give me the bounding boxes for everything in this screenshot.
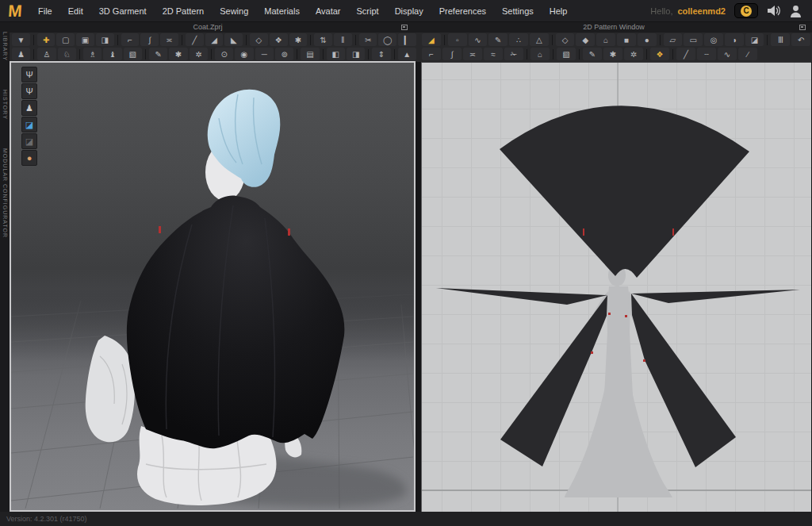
menu-item-edit[interactable]: Edit: [60, 0, 91, 22]
tool-fabric-b[interactable]: ✲: [190, 48, 208, 60]
vp-show-pattern-off[interactable]: ◪: [21, 133, 37, 149]
restore-window-icon[interactable]: [799, 25, 806, 30]
clo-coin-button[interactable]: C: [734, 3, 758, 18]
tool-mn-segment-2d[interactable]: ≍: [463, 48, 482, 60]
tool-transform-pattern[interactable]: ▣: [76, 33, 94, 46]
vp-show-avatar-head[interactable]: ●: [21, 150, 37, 166]
tool-basting-line[interactable]: ┄: [697, 48, 716, 60]
restore-window-icon[interactable]: [401, 25, 408, 30]
speaker-icon[interactable]: [767, 5, 781, 17]
tool-polygon[interactable]: ⌂: [596, 33, 615, 46]
menu-item-settings[interactable]: Settings: [494, 0, 542, 22]
tool-add-point[interactable]: ∴: [509, 33, 528, 46]
tool-free-sewing[interactable]: ∫: [140, 33, 159, 46]
tool-button[interactable]: ⊙: [215, 48, 233, 60]
tool-simulate[interactable]: ♟: [12, 48, 30, 60]
menu-item-file[interactable]: File: [30, 0, 60, 22]
menu-item-script[interactable]: Script: [349, 0, 387, 22]
side-tab-history[interactable]: HISTORY: [2, 90, 8, 120]
tool-pleats[interactable]: Ⅲ: [771, 33, 790, 46]
vp-show-pattern-active[interactable]: ◪: [21, 117, 37, 132]
tool-show-grain-points[interactable]: ❖: [650, 48, 669, 60]
tool-fabric-a[interactable]: ✱: [169, 48, 187, 60]
tool-dart[interactable]: ◑: [725, 33, 744, 46]
menu-item-help[interactable]: Help: [542, 0, 576, 22]
tool-tack[interactable]: ❖: [270, 33, 288, 46]
tool-pleats-sewing[interactable]: ↶: [791, 33, 810, 46]
account-icon[interactable]: [790, 5, 802, 17]
tool-edit-curvature[interactable]: ∿: [469, 33, 488, 46]
tool-edit-curve-point[interactable]: ✎: [488, 33, 508, 46]
tool-attach-button[interactable]: ─: [255, 48, 274, 60]
menu-item-display[interactable]: Display: [387, 0, 431, 22]
tool-buttonhole[interactable]: ◉: [235, 48, 253, 60]
tool-drag-cloth[interactable]: ✎: [149, 48, 167, 60]
tool-pin-box[interactable]: ◢: [205, 33, 224, 46]
tool-cloth-shape[interactable]: ◆: [576, 33, 595, 46]
pattern-window-2d[interactable]: [421, 62, 811, 512]
menu-item-3d-garment[interactable]: 3D Garment: [91, 0, 155, 22]
tool-zipper[interactable]: ⊚: [275, 48, 293, 60]
tool-tack-on-avatar[interactable]: ◇: [250, 33, 268, 46]
tool-wind-controller[interactable]: ◧: [327, 48, 345, 60]
tool-fabric-a-2d[interactable]: ✱: [603, 48, 622, 60]
tool-avatar-size[interactable]: ▧: [124, 48, 142, 60]
tool-history-import[interactable]: ▼: [12, 33, 30, 46]
tool-wave-line[interactable]: ∿: [718, 48, 737, 60]
tool-internal-polygon[interactable]: ▱: [664, 33, 683, 46]
pattern-piece-tie-right[interactable]: [631, 290, 800, 303]
tool-edit-mesh[interactable]: △: [530, 33, 549, 46]
tool-steam-iron[interactable]: ⌂: [530, 48, 550, 60]
tool-fitting-suit[interactable]: ✱: [289, 33, 308, 46]
tool-rectangle[interactable]: ■: [617, 33, 636, 46]
tool-internal-circle[interactable]: ◎: [704, 33, 723, 46]
tool-fabric-b-2d[interactable]: ✲: [624, 48, 643, 60]
side-tab-modular-configurator[interactable]: MODULAR CONFIGURATOR: [2, 148, 8, 238]
vp-show-garment[interactable]: Ψ: [21, 67, 37, 83]
tool-mn-sewing[interactable]: ≍: [160, 33, 178, 46]
side-tab-library[interactable]: LIBRARY: [2, 32, 8, 61]
tool-gravity-plane[interactable]: ◨: [347, 48, 365, 60]
tool-pinch[interactable]: ✂: [359, 33, 377, 46]
pattern-piece-tie-left[interactable]: [436, 288, 607, 305]
app-logo[interactable]: M: [0, 0, 31, 22]
menu-item-avatar[interactable]: Avatar: [308, 0, 349, 22]
tool-internal-line[interactable]: ╱: [676, 48, 695, 60]
tool-mn-free-2d[interactable]: ≈: [484, 48, 503, 60]
tool-pin-vertical[interactable]: ⇕: [372, 48, 390, 60]
tool-layer-clone[interactable]: ▤: [301, 48, 319, 60]
tool-segment-sewing[interactable]: ⌐: [121, 33, 140, 46]
tool-transform-pattern-2d[interactable]: ◢: [422, 33, 441, 46]
tool-lasso-select[interactable]: ◯: [378, 33, 396, 46]
menu-item-materials[interactable]: Materials: [256, 0, 308, 22]
tool-avatar-edit[interactable]: ♘: [58, 48, 76, 60]
vp-show-garment-pins[interactable]: Ψ: [21, 83, 37, 99]
tool-fold-3d-pattern[interactable]: ▧: [557, 48, 576, 60]
tool-internal-dart[interactable]: ◪: [745, 33, 764, 46]
tool-avatar-tape-x[interactable]: ♗: [83, 48, 102, 60]
tool-measure-tape[interactable]: ▎: [398, 33, 416, 46]
tool-segment-sewing-2d[interactable]: ⌐: [422, 48, 441, 60]
tool-transform-flatten[interactable]: ◨: [96, 33, 114, 46]
tool-free-sewing-2d[interactable]: ∫: [442, 48, 462, 60]
tool-avatar-tape-y[interactable]: ♝: [103, 48, 121, 60]
tool-trace[interactable]: ◇: [556, 33, 575, 46]
pattern-piece-panel-right[interactable]: [631, 294, 736, 467]
tool-edit-pattern[interactable]: ▫: [448, 33, 467, 46]
tool-final-garment[interactable]: ▲: [398, 48, 416, 60]
tool-edit-sewing-2d[interactable]: ✁: [504, 48, 523, 60]
menu-item-sewing[interactable]: Sewing: [212, 0, 256, 22]
tool-avatar-pose[interactable]: ♙: [37, 48, 56, 60]
tool-tack-2d[interactable]: ✎: [583, 48, 602, 60]
tool-circle[interactable]: ●: [638, 33, 657, 46]
tool-select-box[interactable]: ▢: [56, 33, 75, 46]
viewport-3d[interactable]: ΨΨ♟◪◪●: [10, 61, 416, 512]
menu-item-2d-pattern[interactable]: 2D Pattern: [155, 0, 213, 22]
tool-arrangement-points[interactable]: ⇅: [314, 33, 332, 46]
tool-select-move[interactable]: ✚: [37, 33, 56, 46]
tool-notch[interactable]: ∕: [738, 48, 757, 60]
tool-pin[interactable]: ╱: [186, 33, 204, 46]
garment-cape[interactable]: [127, 196, 345, 449]
tool-fold-arrangement[interactable]: ◣: [224, 33, 243, 46]
pattern-piece-cape-fan[interactable]: [500, 106, 749, 278]
